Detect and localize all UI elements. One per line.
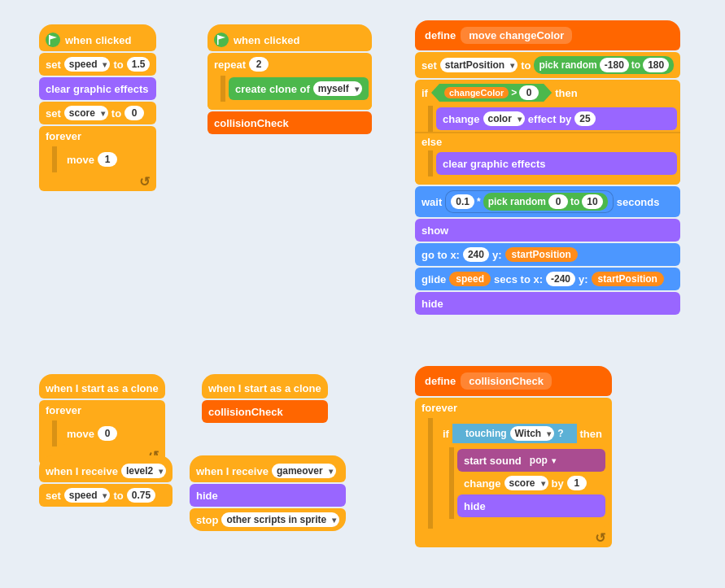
goto-x[interactable]: 240 — [463, 247, 489, 262]
clone-label-1: when I start as a clone — [46, 382, 159, 394]
repeat-block[interactable]: repeat 2 create clone of myself — [207, 53, 372, 110]
forever-block-3[interactable]: forever if touching Witch ? then — [415, 398, 612, 547]
move-block-1[interactable]: move 1 — [60, 148, 153, 171]
if-bottom-2 — [436, 519, 609, 527]
speed-value-2[interactable]: 0.75 — [127, 488, 155, 503]
score-dropdown[interactable]: score — [64, 106, 108, 120]
show-label: show — [421, 224, 448, 237]
when-clicked-hat-1[interactable]: when clicked — [39, 24, 156, 51]
set-startpos-block[interactable]: set startPosition to pick random -180 to… — [415, 52, 680, 78]
to-label-4: to — [521, 59, 531, 72]
set-label-2: set — [46, 107, 61, 120]
stop-block[interactable]: stop other scripts in sprite — [190, 508, 346, 531]
set-label-4: set — [421, 59, 437, 72]
repeat-value[interactable]: 2 — [249, 57, 269, 72]
pick-random-block-1[interactable]: pick random -180 to 180 — [534, 56, 674, 74]
change-color-block[interactable]: change color effect by 25 — [436, 107, 677, 130]
if-label-2: if — [443, 428, 449, 440]
show-block[interactable]: show — [415, 219, 680, 242]
if-block-1[interactable]: if changeColor > 0 then change color eff… — [415, 80, 680, 185]
zero-val[interactable]: 0 — [519, 85, 539, 100]
define-collision-block[interactable]: define collisionCheck — [415, 366, 612, 396]
speed-dropdown-2[interactable]: speed — [64, 488, 111, 503]
receive-var-1[interactable]: level2 — [121, 464, 166, 478]
set-speed-75[interactable]: set speed to 0.75 — [39, 484, 173, 507]
define-label-1: define — [425, 29, 456, 41]
glide-x[interactable]: -240 — [546, 272, 575, 286]
group1: when clicked set speed to 1.5 clear grap… — [39, 24, 156, 191]
to-random-1: to — [631, 59, 640, 71]
random-max-1[interactable]: 180 — [643, 58, 669, 72]
receive-hat-1[interactable]: when I receive level2 — [39, 455, 173, 482]
group2: when clicked repeat 2 create clone of my… — [207, 24, 372, 134]
condition-block-1: changeColor > 0 — [431, 84, 552, 102]
speed-dropdown[interactable]: speed — [64, 57, 111, 72]
define-label-2: define — [425, 375, 456, 387]
sound-block[interactable]: start sound pop — [457, 449, 605, 472]
receive-var-2[interactable]: gameover — [272, 464, 336, 478]
witch-dropdown[interactable]: Witch — [510, 426, 555, 441]
hide-block-2[interactable]: hide — [415, 292, 680, 315]
define-name-1: move changeColor — [461, 27, 572, 44]
forever-arrow-1: ↺ — [39, 172, 156, 191]
to-random-2: to — [570, 196, 579, 207]
clone-hat-2[interactable]: when I start as a clone — [202, 374, 328, 399]
random-max-2[interactable]: 10 — [582, 194, 602, 209]
wait-block[interactable]: wait 0.1 * pick random 0 to 10 seconds — [415, 186, 680, 217]
effect-label: effect by — [528, 113, 571, 125]
score-by-value[interactable]: 1 — [567, 476, 587, 490]
move-block-2[interactable]: move 0 — [60, 422, 162, 445]
sound-dropdown[interactable]: pop — [525, 453, 559, 468]
if-bottom-1 — [415, 176, 680, 185]
score-dropdown-2[interactable]: score — [504, 476, 548, 490]
else-label: else — [421, 136, 442, 148]
color-dropdown[interactable]: color — [483, 111, 525, 126]
clear-label-2: clear graphic effects — [443, 158, 545, 170]
effect-value[interactable]: 25 — [574, 111, 595, 126]
clear-graphic-block-2[interactable]: clear graphic effects — [436, 152, 677, 175]
set-speed-block[interactable]: set speed to 1.5 — [39, 53, 156, 76]
move-label-2: move — [67, 428, 94, 440]
clone-hat-1[interactable]: when I start as a clone — [39, 374, 165, 399]
when-clicked-hat-2[interactable]: when clicked — [207, 24, 372, 51]
change-score-block[interactable]: change score by 1 — [457, 472, 605, 494]
collision-call-2[interactable]: collisionCheck — [202, 400, 328, 423]
set-score-block[interactable]: set score to 0 — [39, 102, 156, 124]
forever-block-1[interactable]: forever move 1 ↺ — [39, 126, 156, 191]
startpos-dropdown[interactable]: startPosition — [440, 58, 518, 72]
stop-label: stop — [196, 514, 218, 526]
goto-block[interactable]: go to x: 240 y: startPosition — [415, 243, 680, 266]
define-move-block[interactable]: define move changeColor — [415, 20, 680, 50]
wait-val1[interactable]: 0.1 — [451, 194, 474, 209]
group4: when I start as a clone collisionCheck — [202, 374, 328, 423]
group7: define move changeColor set startPositio… — [415, 20, 680, 315]
set-label-1: set — [46, 59, 61, 71]
random-min-1[interactable]: -180 — [600, 58, 629, 72]
score-value[interactable]: 0 — [124, 106, 144, 120]
if-label-1: if — [421, 87, 428, 99]
group8: define collisionCheck forever if touchin… — [415, 366, 612, 547]
stop-dropdown[interactable]: other scripts in sprite — [221, 512, 339, 527]
pick-random-block-2[interactable]: pick random 0 to 10 — [483, 193, 608, 211]
hide-block-1[interactable]: hide — [190, 484, 346, 507]
receive-hat-2[interactable]: when I receive gameover — [190, 455, 346, 482]
speed-value[interactable]: 1.5 — [127, 57, 151, 72]
glide-block[interactable]: glide speed secs to x: -240 y: startPosi… — [415, 268, 680, 290]
question-mark: ? — [557, 428, 563, 439]
collision-call-1[interactable]: collisionCheck — [207, 111, 372, 134]
clone-dropdown[interactable]: myself — [313, 81, 362, 96]
goto-label: go to x: — [421, 249, 460, 261]
clear-graphic-block-1[interactable]: clear graphic effects — [39, 77, 156, 100]
set-label-3: set — [46, 490, 61, 502]
startpos-rep-1: startPosition — [505, 247, 578, 262]
random-min-2[interactable]: 0 — [548, 194, 568, 209]
create-clone-block[interactable]: create clone of myself — [229, 77, 369, 100]
if-block-2[interactable]: if touching Witch ? then start sound pop — [436, 420, 609, 527]
receive-label-2: when I receive — [196, 465, 269, 477]
hide-block-3[interactable]: hide — [457, 494, 605, 517]
group6: when I receive gameover hide stop other … — [190, 455, 346, 531]
pick-random-label-2: pick random — [488, 196, 546, 207]
move-value-1[interactable]: 1 — [98, 152, 117, 167]
move-value-2[interactable]: 0 — [98, 426, 117, 441]
when-label-2: when — [234, 34, 260, 46]
